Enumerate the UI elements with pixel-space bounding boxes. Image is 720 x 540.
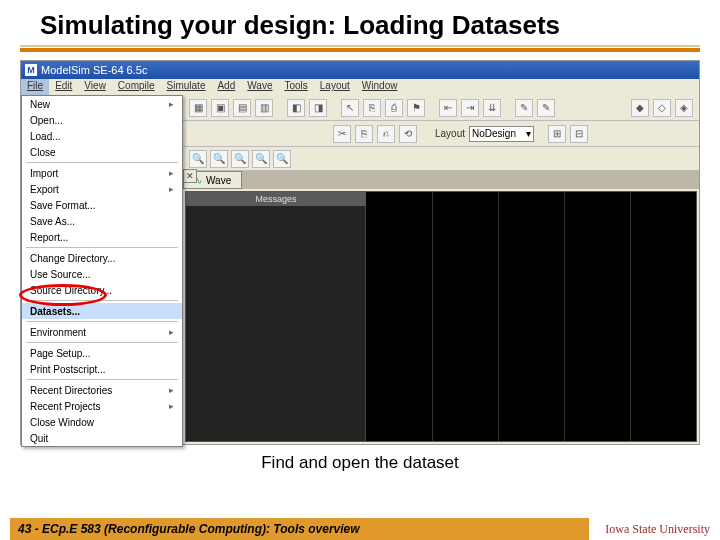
toolbar-button[interactable]: ⎌: [377, 125, 395, 143]
window-titlebar: M ModelSim SE-64 6.5c: [21, 61, 699, 79]
layout-label: Layout: [435, 128, 465, 139]
menu-item-export[interactable]: Export▸: [22, 181, 182, 197]
toolbar-button[interactable]: ⇤: [439, 99, 457, 117]
toolbar-button[interactable]: ▣: [211, 99, 229, 117]
toolbar-button[interactable]: ✎: [537, 99, 555, 117]
menu-tools[interactable]: Tools: [278, 79, 313, 95]
chevron-down-icon: ▾: [526, 128, 531, 139]
toolbar-button[interactable]: ◇: [653, 99, 671, 117]
toolbar-button[interactable]: ⇥: [461, 99, 479, 117]
toolbar-row-3: 🔍 🔍 🔍 🔍 🔍: [183, 147, 699, 171]
toolbar-row-2: ✂ ⎘ ⎌ ⟲ Layout NoDesign▾ ⊞ ⊟: [183, 121, 699, 147]
menubar[interactable]: File Edit View Compile Simulate Add Wave…: [21, 79, 699, 95]
menu-item-datasets[interactable]: Datasets...: [22, 303, 182, 319]
zoom-out-icon[interactable]: 🔍: [210, 150, 228, 168]
menu-item-save-as[interactable]: Save As...: [22, 213, 182, 229]
wave-canvas[interactable]: Messages: [185, 191, 697, 442]
toolbar-button[interactable]: ▦: [189, 99, 207, 117]
menu-item-report[interactable]: Report...: [22, 229, 182, 245]
menu-separator: [26, 162, 178, 163]
toolbar-button[interactable]: ⟲: [399, 125, 417, 143]
zoom-icon[interactable]: 🔍: [231, 150, 249, 168]
menu-item-quit[interactable]: Quit: [22, 430, 182, 446]
submenu-arrow-icon: ▸: [169, 327, 174, 337]
submenu-arrow-icon: ▸: [169, 99, 174, 109]
menu-item-print-postscript[interactable]: Print Postscript...: [22, 361, 182, 377]
menu-separator: [26, 379, 178, 380]
close-pane-icon[interactable]: ✕: [183, 169, 197, 183]
toolbar-button[interactable]: ⎘: [355, 125, 373, 143]
wave-messages-header: Messages: [186, 192, 366, 206]
menu-item-environment[interactable]: Environment▸: [22, 324, 182, 340]
menu-add[interactable]: Add: [211, 79, 241, 95]
submenu-arrow-icon: ▸: [169, 168, 174, 178]
submenu-arrow-icon: ▸: [169, 184, 174, 194]
menu-view[interactable]: View: [78, 79, 112, 95]
menu-separator: [26, 247, 178, 248]
toolbar-button[interactable]: ◧: [287, 99, 305, 117]
menu-item-save-format[interactable]: Save Format...: [22, 197, 182, 213]
menu-item-recent-directories[interactable]: Recent Directories▸: [22, 382, 182, 398]
app-title: ModelSim SE-64 6.5c: [41, 64, 147, 76]
toolbar-button[interactable]: ⎙: [385, 99, 403, 117]
menu-layout[interactable]: Layout: [314, 79, 356, 95]
toolbar-button[interactable]: ⊞: [548, 125, 566, 143]
footer-left: 43 - ECp.E 583 (Reconfigurable Computing…: [10, 518, 589, 540]
zoom-in-icon[interactable]: 🔍: [189, 150, 207, 168]
cursor-icon[interactable]: ↖: [341, 99, 359, 117]
menu-item-open[interactable]: Open...: [22, 112, 182, 128]
toolbar-button[interactable]: ◨: [309, 99, 327, 117]
toolbar-button[interactable]: ▥: [255, 99, 273, 117]
toolbar-button[interactable]: ⎘: [363, 99, 381, 117]
menu-item-import[interactable]: Import▸: [22, 165, 182, 181]
slide-title: Simulating your design: Loading Datasets: [0, 0, 720, 45]
toolbar-row-1: ▦ ▣ ▤ ▥ ◧ ◨ ↖ ⎘ ⎙ ⚑ ⇤ ⇥ ⇊ ✎ ✎ ◆: [183, 95, 699, 121]
zoom-icon[interactable]: 🔍: [252, 150, 270, 168]
toolbar-button[interactable]: ▤: [233, 99, 251, 117]
layout-select[interactable]: NoDesign▾: [469, 126, 534, 142]
menu-wave[interactable]: Wave: [241, 79, 278, 95]
toolbar-button[interactable]: ◆: [631, 99, 649, 117]
menu-item-source-directory[interactable]: Source Directory...: [22, 282, 182, 298]
zoom-icon[interactable]: 🔍: [273, 150, 291, 168]
wave-signal-pane[interactable]: [186, 192, 366, 441]
menu-edit[interactable]: Edit: [49, 79, 78, 95]
menu-separator: [26, 321, 178, 322]
menu-item-recent-projects[interactable]: Recent Projects▸: [22, 398, 182, 414]
app-icon: M: [25, 64, 37, 76]
toolbar-button[interactable]: ✎: [515, 99, 533, 117]
menu-separator: [26, 300, 178, 301]
footer-right: Iowa State University: [589, 522, 710, 537]
menu-item-load[interactable]: Load...: [22, 128, 182, 144]
menu-item-change-directory[interactable]: Change Directory...: [22, 250, 182, 266]
toolbar-button[interactable]: ⊟: [570, 125, 588, 143]
toolbar-button[interactable]: ⇊: [483, 99, 501, 117]
menu-item-new[interactable]: New▸: [22, 96, 182, 112]
toolbar-button[interactable]: ⚑: [407, 99, 425, 117]
menu-simulate[interactable]: Simulate: [161, 79, 212, 95]
menu-item-close[interactable]: Close: [22, 144, 182, 160]
wave-grid: [366, 192, 696, 441]
submenu-arrow-icon: ▸: [169, 401, 174, 411]
menu-compile[interactable]: Compile: [112, 79, 161, 95]
slide-footer: 43 - ECp.E 583 (Reconfigurable Computing…: [0, 518, 720, 540]
cut-icon[interactable]: ✂: [333, 125, 351, 143]
modelsim-window: M ModelSim SE-64 6.5c File Edit View Com…: [20, 60, 700, 445]
toolbar-button[interactable]: ◈: [675, 99, 693, 117]
menu-item-use-source[interactable]: Use Source...: [22, 266, 182, 282]
menu-file[interactable]: File: [21, 79, 49, 95]
file-menu-dropdown[interactable]: New▸ Open... Load... Close Import▸ Expor…: [21, 95, 183, 447]
menu-window[interactable]: Window: [356, 79, 404, 95]
menu-separator: [26, 342, 178, 343]
slide-caption: Find and open the dataset: [0, 445, 720, 473]
separator: [0, 45, 720, 52]
menu-item-page-setup[interactable]: Page Setup...: [22, 345, 182, 361]
menu-item-close-window[interactable]: Close Window: [22, 414, 182, 430]
submenu-arrow-icon: ▸: [169, 385, 174, 395]
